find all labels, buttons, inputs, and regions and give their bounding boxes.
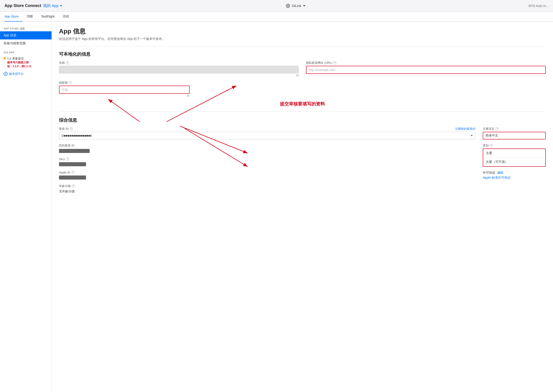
- primary-lang-label: 主要语言: [483, 127, 494, 131]
- license-edit-link[interactable]: 编辑: [497, 171, 504, 175]
- sidebar-item-app-info-label: App 信息: [4, 33, 16, 37]
- category-label-row: 类别 ?: [483, 144, 546, 147]
- name-char-count: 24: [59, 74, 299, 77]
- subtitle-wrapper: [59, 86, 190, 94]
- privacy-url-input[interactable]: [306, 66, 545, 73]
- secondary-nav: App Store 功能 TestFlight 活动: [0, 12, 553, 22]
- sku-value: C■■■■■■■■■: [59, 162, 476, 167]
- name-field: 名称 ? 24: [59, 61, 299, 77]
- sidebar-version[interactable]: 1.0 准备提交 版本号只能是三段 如：1.1.0，或1.1.11: [0, 55, 52, 70]
- category-secondary-row[interactable]: 次要（可不填）: [483, 158, 545, 166]
- sku-label: SKU: [59, 157, 65, 161]
- bundle-id-select-wrapper: D■■■■■■■■■■■■■■k: [59, 132, 476, 140]
- comp-left: 套装 ID ? 注册新的套装ID D■■■■■■■■■■■■■■k: [59, 127, 476, 198]
- sku-group: SKU ? C■■■■■■■■■: [59, 157, 476, 167]
- bundle-id-label-row: 套装 ID ? 注册新的套装ID: [59, 127, 476, 131]
- category-primary-row[interactable]: 主要: [483, 149, 545, 158]
- age-rating-group: 年龄分级 ? 无年龄分级: [59, 184, 476, 194]
- age-rating-help-icon[interactable]: ?: [72, 184, 75, 188]
- svg-point-0: [286, 4, 290, 8]
- sku-help-icon[interactable]: ?: [66, 157, 69, 161]
- bundle-id-select[interactable]: D■■■■■■■■■■■■■■k: [59, 132, 476, 140]
- sku-label-row: SKU ?: [59, 157, 476, 161]
- age-rating-label-row: 年龄分级 ?: [59, 184, 476, 188]
- main-content: App 信息 此信息用于这个 App 的所有平台。任何更改将在 App 的下一个…: [52, 22, 553, 392]
- tab-app-store-label: App Store: [5, 15, 19, 18]
- center-menu[interactable]: DiLink: [285, 3, 305, 8]
- name-input[interactable]: [59, 66, 299, 73]
- apple-id-label-row: Apple ID ?: [59, 171, 476, 174]
- top-bar-right: BYD Auto In...: [529, 4, 548, 8]
- app-menu-button[interactable]: 我的 App: [43, 3, 62, 8]
- name-privacy-row: 名称 ? 24 隐私政策网址 (URL) ?: [59, 61, 546, 77]
- version-annotation-line2: 如：1.1.0，或1.1.11: [7, 65, 32, 68]
- tab-activity[interactable]: 活动: [59, 12, 73, 22]
- comp-section-heading: 综合信息: [59, 117, 546, 123]
- category-wrapper: 主要 次要（可不填）: [483, 148, 546, 167]
- version-annotation-line1: 版本号只能是三段: [7, 61, 29, 64]
- top-bar: App Store Connect 我的 App DiLink BYD Auto…: [0, 0, 553, 12]
- version-info: 1.0 准备提交 版本号只能是三段 如：1.1.0，或1.1.11: [7, 56, 32, 68]
- name-help-icon[interactable]: ?: [66, 61, 69, 65]
- primary-lang-label-row: 主要语言 ?: [483, 127, 546, 131]
- company-label: BYD Auto In...: [529, 4, 548, 8]
- age-rating-value: 无年龄分级: [59, 189, 476, 194]
- chevron-down-icon: [60, 5, 62, 7]
- sidebar-item-app-info[interactable]: App 信息: [0, 31, 52, 39]
- primary-lang-group: 主要语言 ? 简体中文: [483, 127, 546, 140]
- subtitle-help-icon[interactable]: ?: [69, 81, 72, 84]
- chevron-down-icon: [303, 5, 305, 7]
- localizable-section-heading: 可本地化的信息: [59, 51, 546, 57]
- apple-id-label: Apple ID: [59, 171, 70, 174]
- bundle-id-help-icon[interactable]: ?: [69, 127, 73, 131]
- sidebar-item-pricing-label: 价格与销售范围: [4, 42, 26, 46]
- page-title: App 信息: [59, 27, 546, 35]
- apple-id-value: 1■■■■■■■■■: [59, 175, 476, 180]
- privacy-url-help-icon[interactable]: ?: [333, 61, 336, 65]
- sidebar-section-appstore: APP STORE 信息: [0, 25, 52, 31]
- subtitle-field: 副标题 ? 30: [59, 81, 190, 97]
- privacy-url-label: 隐私政策网址 (URL) ?: [306, 61, 546, 65]
- divider-1: [59, 46, 546, 47]
- sidebar-item-pricing[interactable]: 价格与销售范围: [0, 39, 52, 48]
- subtitle-input[interactable]: [59, 86, 189, 93]
- apple-id-help-icon[interactable]: ?: [71, 171, 75, 174]
- apple-license-link[interactable]: Apple 标准许可协议: [483, 176, 511, 179]
- svg-point-1: [287, 4, 289, 8]
- version-label: 1.0 准备提交: [7, 56, 32, 61]
- comp-right: 主要语言 ? 简体中文 类别 ? 主要 次要（可不填）: [483, 127, 546, 198]
- tab-testflight-label: TestFlight: [41, 15, 55, 18]
- bundle-id-label: 套装 ID: [59, 127, 69, 131]
- register-bundle-id-link[interactable]: 注册新的套装ID: [455, 127, 476, 131]
- brand-label: App Store Connect: [5, 3, 41, 8]
- your-bundle-id-value: C■■■■■■■■■■■■■■k: [59, 148, 476, 154]
- center-label: DiLink: [292, 4, 301, 8]
- primary-lang-help-icon[interactable]: ?: [495, 127, 499, 131]
- tab-app-store[interactable]: App Store: [5, 12, 22, 22]
- tab-features[interactable]: 功能: [22, 12, 37, 22]
- license-section: 许可协议 编辑 Apple 标准许可协议: [483, 171, 546, 180]
- annotation-main-text: 提交审核要填写的资料: [280, 101, 325, 106]
- subtitle-input-container: 30: [59, 86, 190, 97]
- category-help-icon[interactable]: ?: [490, 144, 493, 147]
- name-input-container: 24: [59, 66, 299, 77]
- add-version-button[interactable]: + 版本或平台: [0, 70, 52, 78]
- tab-testflight[interactable]: TestFlight: [37, 12, 59, 22]
- sku-blurred: C■■■■■■■■■: [59, 162, 86, 166]
- version-dot-icon: [4, 57, 6, 59]
- add-version-label: 版本或平台: [9, 72, 24, 76]
- divider-2: [59, 112, 546, 112]
- license-row: 许可协议 编辑: [483, 171, 546, 175]
- main-layout: APP STORE 信息 App 信息 价格与销售范围 IOS APP 1.0 …: [0, 22, 553, 392]
- license-label: 许可协议: [483, 171, 495, 175]
- subtitle-char-count: 30: [59, 94, 190, 97]
- license-apple-link-row: Apple 标准许可协议: [483, 176, 546, 180]
- version-annotation: 版本号只能是三段 如：1.1.0，或1.1.11: [7, 61, 32, 68]
- plus-circle-icon: +: [4, 72, 8, 76]
- age-rating-label: 年龄分级: [59, 184, 71, 188]
- your-bundle-id-label: 您的套装 ID: [59, 144, 476, 147]
- your-bundle-id-blurred: C■■■■■■■■■■■■■■k: [59, 149, 90, 153]
- name-label: 名称 ?: [59, 61, 299, 65]
- privacy-url-field: 隐私政策网址 (URL) ?: [306, 61, 546, 77]
- apple-id-blurred: 1■■■■■■■■■: [59, 175, 86, 180]
